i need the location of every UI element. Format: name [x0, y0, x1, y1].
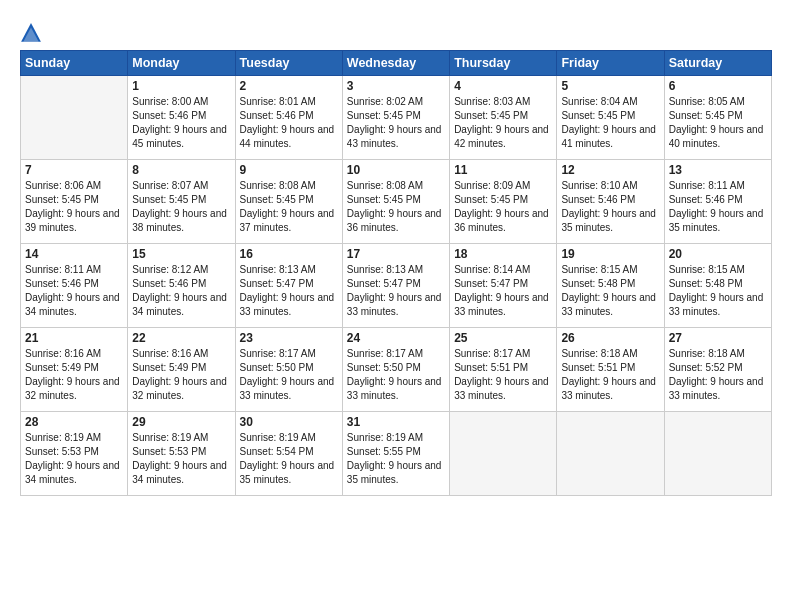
calendar-table: SundayMondayTuesdayWednesdayThursdayFrid…: [20, 50, 772, 496]
cell-details: Sunrise: 8:08 AMSunset: 5:45 PMDaylight:…: [347, 179, 445, 235]
day-number: 30: [240, 415, 338, 429]
day-number: 31: [347, 415, 445, 429]
calendar-cell: 10Sunrise: 8:08 AMSunset: 5:45 PMDayligh…: [342, 160, 449, 244]
day-number: 28: [25, 415, 123, 429]
day-number: 9: [240, 163, 338, 177]
day-number: 18: [454, 247, 552, 261]
calendar-week-2: 7Sunrise: 8:06 AMSunset: 5:45 PMDaylight…: [21, 160, 772, 244]
cell-details: Sunrise: 8:18 AMSunset: 5:51 PMDaylight:…: [561, 347, 659, 403]
calendar-cell: 2Sunrise: 8:01 AMSunset: 5:46 PMDaylight…: [235, 76, 342, 160]
day-number: 12: [561, 163, 659, 177]
calendar-cell: 18Sunrise: 8:14 AMSunset: 5:47 PMDayligh…: [450, 244, 557, 328]
cell-details: Sunrise: 8:11 AMSunset: 5:46 PMDaylight:…: [669, 179, 767, 235]
cell-details: Sunrise: 8:03 AMSunset: 5:45 PMDaylight:…: [454, 95, 552, 151]
cell-details: Sunrise: 8:08 AMSunset: 5:45 PMDaylight:…: [240, 179, 338, 235]
calendar-cell: 29Sunrise: 8:19 AMSunset: 5:53 PMDayligh…: [128, 412, 235, 496]
day-number: 6: [669, 79, 767, 93]
day-number: 25: [454, 331, 552, 345]
day-number: 23: [240, 331, 338, 345]
general-blue-icon: [20, 22, 42, 44]
calendar-cell: 13Sunrise: 8:11 AMSunset: 5:46 PMDayligh…: [664, 160, 771, 244]
cell-details: Sunrise: 8:18 AMSunset: 5:52 PMDaylight:…: [669, 347, 767, 403]
calendar-cell: 6Sunrise: 8:05 AMSunset: 5:45 PMDaylight…: [664, 76, 771, 160]
weekday-header-tuesday: Tuesday: [235, 51, 342, 76]
cell-details: Sunrise: 8:15 AMSunset: 5:48 PMDaylight:…: [561, 263, 659, 319]
cell-details: Sunrise: 8:06 AMSunset: 5:45 PMDaylight:…: [25, 179, 123, 235]
day-number: 11: [454, 163, 552, 177]
weekday-header-thursday: Thursday: [450, 51, 557, 76]
cell-details: Sunrise: 8:15 AMSunset: 5:48 PMDaylight:…: [669, 263, 767, 319]
day-number: 16: [240, 247, 338, 261]
calendar-cell: 7Sunrise: 8:06 AMSunset: 5:45 PMDaylight…: [21, 160, 128, 244]
calendar-cell: 5Sunrise: 8:04 AMSunset: 5:45 PMDaylight…: [557, 76, 664, 160]
day-number: 26: [561, 331, 659, 345]
day-number: 8: [132, 163, 230, 177]
cell-details: Sunrise: 8:12 AMSunset: 5:46 PMDaylight:…: [132, 263, 230, 319]
cell-details: Sunrise: 8:13 AMSunset: 5:47 PMDaylight:…: [240, 263, 338, 319]
weekday-header-friday: Friday: [557, 51, 664, 76]
calendar-cell: 8Sunrise: 8:07 AMSunset: 5:45 PMDaylight…: [128, 160, 235, 244]
cell-details: Sunrise: 8:14 AMSunset: 5:47 PMDaylight:…: [454, 263, 552, 319]
day-number: 13: [669, 163, 767, 177]
day-number: 17: [347, 247, 445, 261]
weekday-header-sunday: Sunday: [21, 51, 128, 76]
cell-details: Sunrise: 8:10 AMSunset: 5:46 PMDaylight:…: [561, 179, 659, 235]
day-number: 10: [347, 163, 445, 177]
calendar-cell: 21Sunrise: 8:16 AMSunset: 5:49 PMDayligh…: [21, 328, 128, 412]
calendar-cell: 27Sunrise: 8:18 AMSunset: 5:52 PMDayligh…: [664, 328, 771, 412]
cell-details: Sunrise: 8:07 AMSunset: 5:45 PMDaylight:…: [132, 179, 230, 235]
cell-details: Sunrise: 8:19 AMSunset: 5:53 PMDaylight:…: [132, 431, 230, 487]
day-number: 27: [669, 331, 767, 345]
calendar-cell: [21, 76, 128, 160]
calendar-week-5: 28Sunrise: 8:19 AMSunset: 5:53 PMDayligh…: [21, 412, 772, 496]
day-number: 21: [25, 331, 123, 345]
calendar-cell: 23Sunrise: 8:17 AMSunset: 5:50 PMDayligh…: [235, 328, 342, 412]
calendar-cell: [664, 412, 771, 496]
cell-details: Sunrise: 8:04 AMSunset: 5:45 PMDaylight:…: [561, 95, 659, 151]
cell-details: Sunrise: 8:17 AMSunset: 5:50 PMDaylight:…: [347, 347, 445, 403]
calendar-week-1: 1Sunrise: 8:00 AMSunset: 5:46 PMDaylight…: [21, 76, 772, 160]
calendar-cell: 26Sunrise: 8:18 AMSunset: 5:51 PMDayligh…: [557, 328, 664, 412]
day-number: 20: [669, 247, 767, 261]
calendar-cell: 30Sunrise: 8:19 AMSunset: 5:54 PMDayligh…: [235, 412, 342, 496]
day-number: 3: [347, 79, 445, 93]
day-number: 19: [561, 247, 659, 261]
page: SundayMondayTuesdayWednesdayThursdayFrid…: [0, 0, 792, 612]
calendar-cell: 28Sunrise: 8:19 AMSunset: 5:53 PMDayligh…: [21, 412, 128, 496]
day-number: 14: [25, 247, 123, 261]
weekday-header-saturday: Saturday: [664, 51, 771, 76]
cell-details: Sunrise: 8:02 AMSunset: 5:45 PMDaylight:…: [347, 95, 445, 151]
calendar-cell: 19Sunrise: 8:15 AMSunset: 5:48 PMDayligh…: [557, 244, 664, 328]
cell-details: Sunrise: 8:16 AMSunset: 5:49 PMDaylight:…: [132, 347, 230, 403]
cell-details: Sunrise: 8:11 AMSunset: 5:46 PMDaylight:…: [25, 263, 123, 319]
calendar-cell: 1Sunrise: 8:00 AMSunset: 5:46 PMDaylight…: [128, 76, 235, 160]
calendar-week-3: 14Sunrise: 8:11 AMSunset: 5:46 PMDayligh…: [21, 244, 772, 328]
day-number: 5: [561, 79, 659, 93]
calendar-cell: 17Sunrise: 8:13 AMSunset: 5:47 PMDayligh…: [342, 244, 449, 328]
cell-details: Sunrise: 8:13 AMSunset: 5:47 PMDaylight:…: [347, 263, 445, 319]
cell-details: Sunrise: 8:17 AMSunset: 5:51 PMDaylight:…: [454, 347, 552, 403]
cell-details: Sunrise: 8:09 AMSunset: 5:45 PMDaylight:…: [454, 179, 552, 235]
cell-details: Sunrise: 8:01 AMSunset: 5:46 PMDaylight:…: [240, 95, 338, 151]
weekday-header-monday: Monday: [128, 51, 235, 76]
calendar-cell: 16Sunrise: 8:13 AMSunset: 5:47 PMDayligh…: [235, 244, 342, 328]
calendar-header-row: SundayMondayTuesdayWednesdayThursdayFrid…: [21, 51, 772, 76]
calendar-cell: 24Sunrise: 8:17 AMSunset: 5:50 PMDayligh…: [342, 328, 449, 412]
calendar-cell: 31Sunrise: 8:19 AMSunset: 5:55 PMDayligh…: [342, 412, 449, 496]
weekday-header-wednesday: Wednesday: [342, 51, 449, 76]
calendar-week-4: 21Sunrise: 8:16 AMSunset: 5:49 PMDayligh…: [21, 328, 772, 412]
calendar-cell: 3Sunrise: 8:02 AMSunset: 5:45 PMDaylight…: [342, 76, 449, 160]
cell-details: Sunrise: 8:16 AMSunset: 5:49 PMDaylight:…: [25, 347, 123, 403]
header-row: [20, 18, 772, 44]
day-number: 7: [25, 163, 123, 177]
cell-details: Sunrise: 8:19 AMSunset: 5:55 PMDaylight:…: [347, 431, 445, 487]
calendar-cell: [450, 412, 557, 496]
day-number: 22: [132, 331, 230, 345]
calendar-cell: 20Sunrise: 8:15 AMSunset: 5:48 PMDayligh…: [664, 244, 771, 328]
calendar-cell: [557, 412, 664, 496]
logo: [20, 22, 44, 44]
day-number: 4: [454, 79, 552, 93]
cell-details: Sunrise: 8:17 AMSunset: 5:50 PMDaylight:…: [240, 347, 338, 403]
day-number: 29: [132, 415, 230, 429]
day-number: 2: [240, 79, 338, 93]
